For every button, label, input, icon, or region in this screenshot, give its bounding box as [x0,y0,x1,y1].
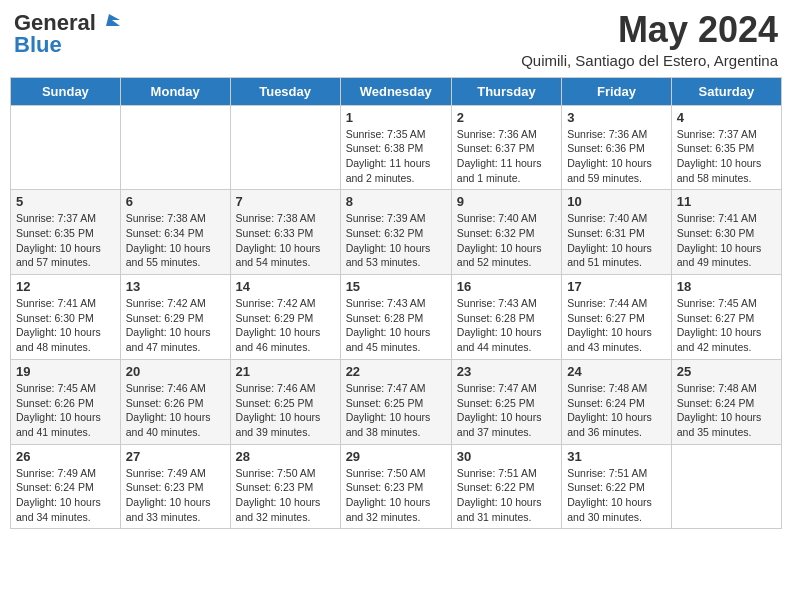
day-info: Sunrise: 7:48 AMSunset: 6:24 PMDaylight:… [677,381,776,440]
day-info: Sunrise: 7:51 AMSunset: 6:22 PMDaylight:… [567,466,666,525]
calendar-day-cell-2: 2Sunrise: 7:36 AMSunset: 6:37 PMDaylight… [451,105,561,190]
day-number: 18 [677,279,776,294]
svg-marker-0 [106,14,120,26]
logo: General Blue [14,10,120,58]
day-number: 12 [16,279,115,294]
day-number: 4 [677,110,776,125]
logo-blue-text: Blue [14,32,62,58]
day-info: Sunrise: 7:43 AMSunset: 6:28 PMDaylight:… [346,296,446,355]
calendar-day-cell-21: 21Sunrise: 7:46 AMSunset: 6:25 PMDayligh… [230,359,340,444]
day-number: 21 [236,364,335,379]
day-info: Sunrise: 7:38 AMSunset: 6:33 PMDaylight:… [236,211,335,270]
calendar-day-cell-6: 6Sunrise: 7:38 AMSunset: 6:34 PMDaylight… [120,190,230,275]
day-info: Sunrise: 7:47 AMSunset: 6:25 PMDaylight:… [457,381,556,440]
calendar-empty-cell [671,444,781,529]
calendar-week-row: 26Sunrise: 7:49 AMSunset: 6:24 PMDayligh… [11,444,782,529]
calendar-day-cell-22: 22Sunrise: 7:47 AMSunset: 6:25 PMDayligh… [340,359,451,444]
day-number: 1 [346,110,446,125]
calendar-day-cell-14: 14Sunrise: 7:42 AMSunset: 6:29 PMDayligh… [230,275,340,360]
calendar-day-cell-29: 29Sunrise: 7:50 AMSunset: 6:23 PMDayligh… [340,444,451,529]
calendar-day-cell-19: 19Sunrise: 7:45 AMSunset: 6:26 PMDayligh… [11,359,121,444]
day-number: 24 [567,364,666,379]
calendar-day-cell-15: 15Sunrise: 7:43 AMSunset: 6:28 PMDayligh… [340,275,451,360]
day-number: 3 [567,110,666,125]
day-number: 14 [236,279,335,294]
header: General Blue May 2024 Quimili, Santiago … [10,10,782,69]
month-year-title: May 2024 [521,10,778,50]
calendar-day-cell-30: 30Sunrise: 7:51 AMSunset: 6:22 PMDayligh… [451,444,561,529]
day-info: Sunrise: 7:45 AMSunset: 6:27 PMDaylight:… [677,296,776,355]
calendar-day-cell-5: 5Sunrise: 7:37 AMSunset: 6:35 PMDaylight… [11,190,121,275]
calendar-day-cell-13: 13Sunrise: 7:42 AMSunset: 6:29 PMDayligh… [120,275,230,360]
calendar-empty-cell [11,105,121,190]
calendar-day-cell-28: 28Sunrise: 7:50 AMSunset: 6:23 PMDayligh… [230,444,340,529]
calendar-day-cell-3: 3Sunrise: 7:36 AMSunset: 6:36 PMDaylight… [562,105,672,190]
day-number: 29 [346,449,446,464]
calendar-header-row: SundayMondayTuesdayWednesdayThursdayFrid… [11,77,782,105]
day-number: 6 [126,194,225,209]
day-info: Sunrise: 7:35 AMSunset: 6:38 PMDaylight:… [346,127,446,186]
day-number: 16 [457,279,556,294]
day-info: Sunrise: 7:49 AMSunset: 6:23 PMDaylight:… [126,466,225,525]
calendar-day-cell-26: 26Sunrise: 7:49 AMSunset: 6:24 PMDayligh… [11,444,121,529]
calendar-day-cell-8: 8Sunrise: 7:39 AMSunset: 6:32 PMDaylight… [340,190,451,275]
day-info: Sunrise: 7:39 AMSunset: 6:32 PMDaylight:… [346,211,446,270]
day-info: Sunrise: 7:43 AMSunset: 6:28 PMDaylight:… [457,296,556,355]
day-number: 30 [457,449,556,464]
day-info: Sunrise: 7:42 AMSunset: 6:29 PMDaylight:… [126,296,225,355]
day-number: 2 [457,110,556,125]
day-info: Sunrise: 7:50 AMSunset: 6:23 PMDaylight:… [346,466,446,525]
page-container: General Blue May 2024 Quimili, Santiago … [10,10,782,529]
day-number: 28 [236,449,335,464]
calendar-empty-cell [120,105,230,190]
calendar-empty-cell [230,105,340,190]
calendar-day-cell-12: 12Sunrise: 7:41 AMSunset: 6:30 PMDayligh… [11,275,121,360]
day-info: Sunrise: 7:40 AMSunset: 6:31 PMDaylight:… [567,211,666,270]
day-number: 22 [346,364,446,379]
calendar-week-row: 1Sunrise: 7:35 AMSunset: 6:38 PMDaylight… [11,105,782,190]
day-number: 7 [236,194,335,209]
calendar-day-cell-27: 27Sunrise: 7:49 AMSunset: 6:23 PMDayligh… [120,444,230,529]
calendar-day-cell-11: 11Sunrise: 7:41 AMSunset: 6:30 PMDayligh… [671,190,781,275]
calendar-day-cell-17: 17Sunrise: 7:44 AMSunset: 6:27 PMDayligh… [562,275,672,360]
weekday-header-sunday: Sunday [11,77,121,105]
calendar-week-row: 19Sunrise: 7:45 AMSunset: 6:26 PMDayligh… [11,359,782,444]
day-info: Sunrise: 7:36 AMSunset: 6:36 PMDaylight:… [567,127,666,186]
day-number: 27 [126,449,225,464]
title-block: May 2024 Quimili, Santiago del Estero, A… [521,10,778,69]
day-number: 26 [16,449,115,464]
calendar-day-cell-7: 7Sunrise: 7:38 AMSunset: 6:33 PMDaylight… [230,190,340,275]
day-number: 8 [346,194,446,209]
calendar-day-cell-25: 25Sunrise: 7:48 AMSunset: 6:24 PMDayligh… [671,359,781,444]
day-info: Sunrise: 7:40 AMSunset: 6:32 PMDaylight:… [457,211,556,270]
calendar-day-cell-1: 1Sunrise: 7:35 AMSunset: 6:38 PMDaylight… [340,105,451,190]
calendar-day-cell-16: 16Sunrise: 7:43 AMSunset: 6:28 PMDayligh… [451,275,561,360]
day-info: Sunrise: 7:36 AMSunset: 6:37 PMDaylight:… [457,127,556,186]
calendar-week-row: 12Sunrise: 7:41 AMSunset: 6:30 PMDayligh… [11,275,782,360]
day-info: Sunrise: 7:46 AMSunset: 6:26 PMDaylight:… [126,381,225,440]
calendar-day-cell-20: 20Sunrise: 7:46 AMSunset: 6:26 PMDayligh… [120,359,230,444]
day-info: Sunrise: 7:41 AMSunset: 6:30 PMDaylight:… [16,296,115,355]
logo-bird-icon [98,12,120,34]
calendar-day-cell-18: 18Sunrise: 7:45 AMSunset: 6:27 PMDayligh… [671,275,781,360]
calendar-day-cell-24: 24Sunrise: 7:48 AMSunset: 6:24 PMDayligh… [562,359,672,444]
day-number: 10 [567,194,666,209]
day-info: Sunrise: 7:38 AMSunset: 6:34 PMDaylight:… [126,211,225,270]
day-number: 20 [126,364,225,379]
day-info: Sunrise: 7:50 AMSunset: 6:23 PMDaylight:… [236,466,335,525]
location-subtitle: Quimili, Santiago del Estero, Argentina [521,52,778,69]
day-info: Sunrise: 7:45 AMSunset: 6:26 PMDaylight:… [16,381,115,440]
day-number: 17 [567,279,666,294]
day-number: 15 [346,279,446,294]
weekday-header-friday: Friday [562,77,672,105]
calendar-day-cell-31: 31Sunrise: 7:51 AMSunset: 6:22 PMDayligh… [562,444,672,529]
day-number: 25 [677,364,776,379]
calendar-day-cell-23: 23Sunrise: 7:47 AMSunset: 6:25 PMDayligh… [451,359,561,444]
day-info: Sunrise: 7:37 AMSunset: 6:35 PMDaylight:… [16,211,115,270]
calendar-day-cell-4: 4Sunrise: 7:37 AMSunset: 6:35 PMDaylight… [671,105,781,190]
day-info: Sunrise: 7:51 AMSunset: 6:22 PMDaylight:… [457,466,556,525]
day-info: Sunrise: 7:41 AMSunset: 6:30 PMDaylight:… [677,211,776,270]
weekday-header-saturday: Saturday [671,77,781,105]
calendar-week-row: 5Sunrise: 7:37 AMSunset: 6:35 PMDaylight… [11,190,782,275]
calendar-table: SundayMondayTuesdayWednesdayThursdayFrid… [10,77,782,530]
